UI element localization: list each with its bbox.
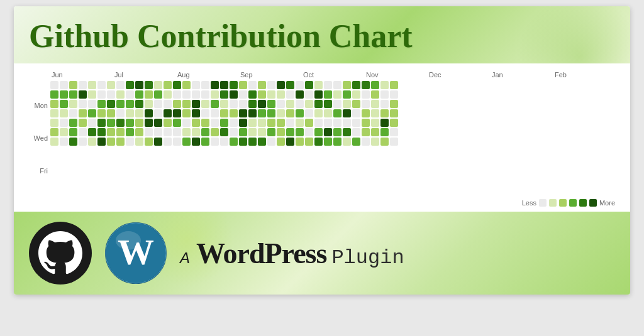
- grid-cell: [60, 100, 68, 108]
- grid-cell: [296, 109, 304, 117]
- grid-cell: [258, 81, 266, 89]
- grid-cell: [145, 138, 153, 146]
- grid-cell: [97, 81, 106, 89]
- grid-cell: [154, 90, 162, 99]
- grid-cell: [88, 100, 96, 108]
- grid-cell: [286, 119, 294, 127]
- grid-cell: [390, 109, 398, 117]
- grid-cell: [201, 100, 209, 108]
- grid-cell: [390, 119, 398, 127]
- legend: Less More: [26, 199, 618, 207]
- grid-cell: [248, 90, 257, 99]
- grid-cell: [277, 100, 285, 108]
- grid-cell: [69, 100, 77, 108]
- grid-cell: [79, 100, 87, 108]
- grid-cell: [79, 90, 87, 99]
- grid-cell: [371, 81, 379, 89]
- grid-cell: [380, 100, 389, 108]
- grid-cell: [50, 109, 58, 117]
- grid-cell: [371, 138, 379, 146]
- grid-cell: [343, 128, 351, 136]
- grid-cell: [79, 109, 87, 117]
- grid-cell: [88, 128, 96, 136]
- grid-cell: [154, 100, 162, 108]
- grid-cell: [277, 119, 285, 127]
- grid-cell: [173, 128, 181, 136]
- grid-cell: [60, 138, 68, 146]
- grid-cell: [239, 100, 247, 108]
- grid-cell: [352, 90, 360, 99]
- grid-cell: [258, 138, 266, 146]
- grid-cell: [230, 81, 238, 89]
- grid-cell: [220, 90, 228, 99]
- grid-cell: [324, 90, 332, 99]
- day-label-fri: Fri: [26, 163, 48, 179]
- grid-cell: [324, 138, 332, 146]
- grid-cell: [333, 109, 341, 117]
- grid-cell: [267, 100, 275, 108]
- grid-cell: [173, 81, 181, 89]
- grid-cell: [126, 128, 134, 136]
- grid-cell: [201, 109, 209, 117]
- grid-cell: [220, 128, 228, 136]
- day-row-1: [50, 90, 618, 99]
- grid-cell: [116, 119, 125, 127]
- grid-cell: [50, 100, 58, 108]
- grid-cell: [154, 119, 162, 127]
- grid-cell: [154, 109, 162, 117]
- grid-cell: [145, 119, 153, 127]
- grid-cell: [267, 128, 275, 136]
- grid-cell: [154, 81, 162, 89]
- grid-cell: [69, 90, 77, 99]
- grid-cell: [192, 100, 200, 108]
- grid-cell: [371, 109, 379, 117]
- grid-cell: [60, 90, 68, 99]
- grid-cell: [230, 90, 238, 99]
- grid-cell: [333, 81, 341, 89]
- grid-cell: [126, 119, 134, 127]
- grid-cell: [164, 81, 172, 89]
- grid-cell: [390, 138, 398, 146]
- wordpress-icon: W: [104, 222, 167, 285]
- grid-cell: [343, 90, 351, 99]
- grid-cell: [88, 138, 96, 146]
- grid-cell: [305, 119, 313, 127]
- grid-cell: [192, 109, 200, 117]
- github-icon: [29, 222, 92, 285]
- month-label-dec: Dec: [429, 71, 492, 79]
- grid-cell: [135, 90, 143, 99]
- grid-cell: [239, 109, 247, 117]
- grid-cell: [60, 119, 68, 127]
- grid-cell: [69, 128, 77, 136]
- grid-cell: [69, 119, 77, 127]
- grid-cell: [201, 81, 209, 89]
- grid-cell: [286, 128, 294, 136]
- header: Github Contribution Chart: [14, 6, 630, 63]
- grid-cell: [333, 138, 341, 146]
- main-container: Github Contribution Chart JunJulAugSepOc…: [14, 6, 630, 295]
- grid-cell: [107, 138, 115, 146]
- grid-cell: [239, 81, 247, 89]
- month-label-feb: Feb: [555, 71, 618, 79]
- chart-body: Mon Wed Fri: [26, 81, 618, 195]
- legend-cell-5: [589, 199, 597, 207]
- grid-cell: [164, 138, 172, 146]
- grid-cell: [258, 128, 266, 136]
- grid-cell: [107, 100, 115, 108]
- grid-cell: [220, 109, 228, 117]
- grid-cell: [182, 119, 191, 127]
- grid-cell: [343, 109, 351, 117]
- grid-cell: [182, 109, 191, 117]
- legend-more-label: More: [599, 199, 615, 207]
- grid-cell: [343, 100, 351, 108]
- grid-cell: [324, 119, 332, 127]
- grid-cell: [314, 81, 323, 89]
- grid-cell: [230, 128, 238, 136]
- grid-cell: [211, 81, 219, 89]
- grid-cell: [211, 128, 219, 136]
- grid-cell: [173, 119, 181, 127]
- grid-cell: [286, 100, 294, 108]
- grid-cell: [79, 81, 87, 89]
- grid-cell: [220, 100, 228, 108]
- grid-cell: [248, 138, 257, 146]
